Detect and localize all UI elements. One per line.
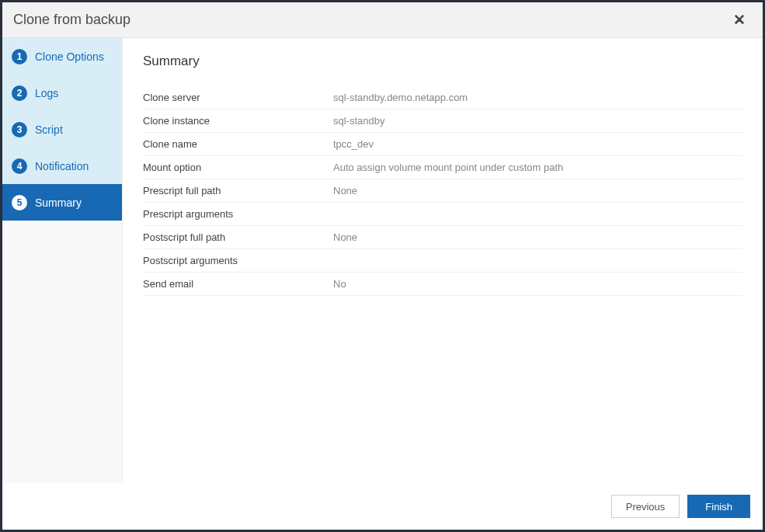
sidebar-step-clone-options[interactable]: 1 Clone Options (2, 38, 122, 75)
step-number-badge: 5 (12, 195, 27, 210)
row-value-send-email: No (333, 278, 346, 290)
row-value-mount-option: Auto assign volume mount point under cus… (333, 162, 563, 173)
main-content: Summary Clone server sql-standby.demo.ne… (123, 38, 763, 483)
row-label-postscript-path: Postscript full path (143, 231, 333, 243)
dialog-body: 1 Clone Options 2 Logs 3 Script 4 Notifi… (2, 38, 763, 483)
row-value-prescript-path: None (333, 185, 357, 196)
summary-row: Clone instance sql-standby (143, 110, 742, 133)
step-label: Clone Options (35, 50, 104, 63)
summary-row: Postscript full path None (143, 226, 742, 249)
summary-row: Postscript arguments (143, 249, 742, 273)
sidebar-step-notification[interactable]: 4 Notification (2, 148, 122, 184)
summary-row: Clone server sql-standby.demo.netapp.com (143, 86, 742, 110)
row-label-clone-server: Clone server (143, 92, 333, 103)
step-number-badge: 1 (12, 49, 27, 64)
sidebar-step-summary[interactable]: 5 Summary (2, 184, 122, 221)
row-label-clone-name: Clone name (143, 138, 333, 150)
dialog-footer: Previous Finish (2, 483, 763, 530)
row-label-postscript-args: Postscript arguments (143, 255, 333, 266)
summary-row: Clone name tpcc_dev (143, 133, 742, 156)
titlebar: Clone from backup ✕ (2, 2, 763, 38)
row-value-clone-server: sql-standby.demo.netapp.com (333, 92, 468, 103)
step-label: Script (35, 123, 63, 136)
summary-row: Mount option Auto assign volume mount po… (143, 156, 742, 179)
step-number-badge: 4 (12, 158, 27, 174)
step-label: Notification (35, 160, 89, 172)
page-heading: Summary (143, 54, 742, 69)
row-value-clone-name: tpcc_dev (333, 138, 374, 150)
close-icon[interactable]: ✕ (730, 11, 749, 29)
row-label-mount-option: Mount option (143, 162, 333, 173)
summary-row: Prescript arguments (143, 203, 742, 226)
summary-row: Send email No (143, 273, 742, 296)
summary-row: Prescript full path None (143, 179, 742, 203)
dialog: Clone from backup ✕ 1 Clone Options 2 Lo… (2, 2, 763, 530)
sidebar-step-logs[interactable]: 2 Logs (2, 75, 122, 111)
row-label-send-email: Send email (143, 278, 333, 290)
finish-button[interactable]: Finish (687, 495, 750, 518)
row-label-prescript-path: Prescript full path (143, 185, 333, 196)
row-label-clone-instance: Clone instance (143, 115, 333, 127)
step-number-badge: 2 (12, 85, 27, 101)
wizard-sidebar: 1 Clone Options 2 Logs 3 Script 4 Notifi… (2, 38, 123, 483)
row-value-clone-instance: sql-standby (333, 115, 384, 127)
row-label-prescript-args: Prescript arguments (143, 208, 333, 220)
step-label: Summary (35, 196, 82, 209)
step-number-badge: 3 (12, 122, 27, 137)
step-label: Logs (35, 87, 58, 99)
dialog-title: Clone from backup (13, 12, 130, 28)
previous-button[interactable]: Previous (611, 495, 680, 518)
summary-table: Clone server sql-standby.demo.netapp.com… (143, 86, 742, 296)
sidebar-step-script[interactable]: 3 Script (2, 111, 122, 148)
row-value-postscript-path: None (333, 231, 357, 243)
